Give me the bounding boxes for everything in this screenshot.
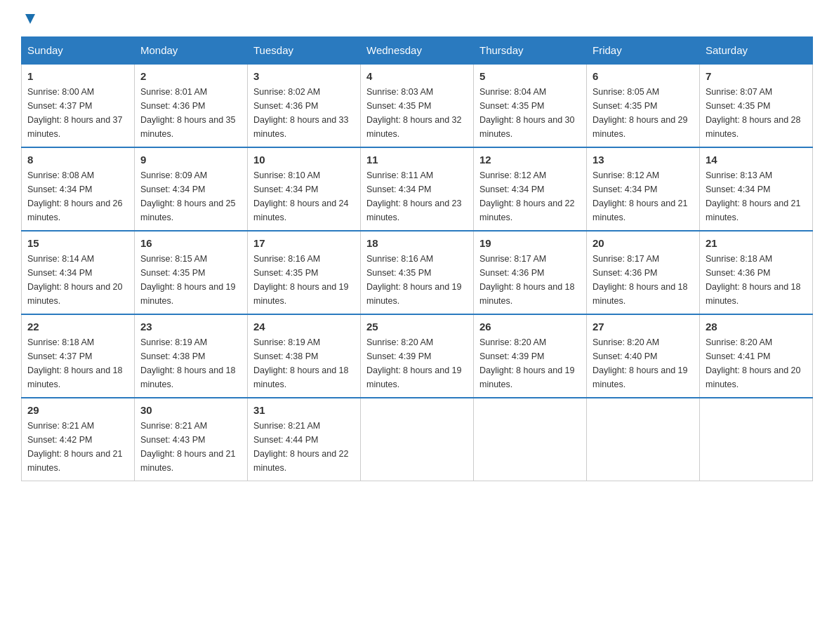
logo bbox=[21, 14, 38, 22]
sunrise-label: Sunrise: 8:10 AM bbox=[253, 170, 320, 180]
calendar-cell: 9 Sunrise: 8:09 AM Sunset: 4:34 PM Dayli… bbox=[135, 147, 248, 231]
sunset-label: Sunset: 4:35 PM bbox=[706, 101, 770, 111]
day-number: 7 bbox=[706, 70, 807, 82]
calendar-cell: 17 Sunrise: 8:16 AM Sunset: 4:35 PM Dayl… bbox=[248, 231, 361, 314]
day-info: Sunrise: 8:20 AM Sunset: 4:39 PM Dayligh… bbox=[366, 335, 468, 391]
daylight-label: Daylight: 8 hours and 19 minutes. bbox=[479, 365, 575, 389]
sunrise-label: Sunrise: 8:07 AM bbox=[706, 87, 772, 97]
day-number: 9 bbox=[140, 154, 241, 166]
sunrise-label: Sunrise: 8:01 AM bbox=[140, 87, 207, 97]
day-number: 18 bbox=[366, 237, 468, 249]
week-row-2: 8 Sunrise: 8:08 AM Sunset: 4:34 PM Dayli… bbox=[22, 147, 813, 231]
day-info: Sunrise: 8:15 AM Sunset: 4:35 PM Dayligh… bbox=[140, 252, 241, 308]
calendar-cell: 2 Sunrise: 8:01 AM Sunset: 4:36 PM Dayli… bbox=[135, 64, 248, 147]
sunset-label: Sunset: 4:35 PM bbox=[140, 268, 205, 278]
calendar-cell: 19 Sunrise: 8:17 AM Sunset: 4:36 PM Dayl… bbox=[474, 231, 587, 314]
sunset-label: Sunset: 4:34 PM bbox=[706, 185, 770, 194]
sunset-label: Sunset: 4:36 PM bbox=[706, 268, 770, 278]
sunset-label: Sunset: 4:37 PM bbox=[27, 351, 92, 361]
calendar-cell: 18 Sunrise: 8:16 AM Sunset: 4:35 PM Dayl… bbox=[361, 231, 474, 314]
calendar-cell: 25 Sunrise: 8:20 AM Sunset: 4:39 PM Dayl… bbox=[361, 314, 474, 398]
calendar-cell: 23 Sunrise: 8:19 AM Sunset: 4:38 PM Dayl… bbox=[135, 314, 248, 398]
calendar-cell: 15 Sunrise: 8:14 AM Sunset: 4:34 PM Dayl… bbox=[22, 231, 135, 314]
sunset-label: Sunset: 4:34 PM bbox=[27, 185, 92, 194]
day-info: Sunrise: 8:16 AM Sunset: 4:35 PM Dayligh… bbox=[253, 252, 355, 308]
weekday-header-friday: Friday bbox=[587, 37, 700, 65]
sunset-label: Sunset: 4:34 PM bbox=[479, 185, 544, 194]
sunset-label: Sunset: 4:34 PM bbox=[593, 185, 657, 194]
sunrise-label: Sunrise: 8:16 AM bbox=[253, 254, 320, 264]
daylight-label: Daylight: 8 hours and 28 minutes. bbox=[706, 115, 801, 139]
sunset-label: Sunset: 4:43 PM bbox=[140, 435, 205, 445]
day-info: Sunrise: 8:09 AM Sunset: 4:34 PM Dayligh… bbox=[140, 168, 241, 224]
day-number: 11 bbox=[366, 154, 468, 166]
sunset-label: Sunset: 4:34 PM bbox=[253, 185, 318, 194]
daylight-label: Daylight: 8 hours and 19 minutes. bbox=[140, 282, 236, 306]
sunrise-label: Sunrise: 8:09 AM bbox=[140, 170, 207, 180]
week-row-5: 29 Sunrise: 8:21 AM Sunset: 4:42 PM Dayl… bbox=[22, 398, 813, 481]
day-info: Sunrise: 8:16 AM Sunset: 4:35 PM Dayligh… bbox=[366, 252, 468, 308]
day-number: 28 bbox=[706, 321, 807, 333]
sunset-label: Sunset: 4:35 PM bbox=[479, 101, 544, 111]
sunset-label: Sunset: 4:34 PM bbox=[140, 185, 205, 194]
daylight-label: Daylight: 8 hours and 21 minutes. bbox=[706, 199, 801, 222]
calendar-cell: 29 Sunrise: 8:21 AM Sunset: 4:42 PM Dayl… bbox=[22, 398, 135, 481]
daylight-label: Daylight: 8 hours and 21 minutes. bbox=[593, 199, 688, 222]
day-info: Sunrise: 8:02 AM Sunset: 4:36 PM Dayligh… bbox=[253, 85, 355, 141]
weekday-header-tuesday: Tuesday bbox=[248, 37, 361, 65]
calendar-cell: 5 Sunrise: 8:04 AM Sunset: 4:35 PM Dayli… bbox=[474, 64, 587, 147]
daylight-label: Daylight: 8 hours and 21 minutes. bbox=[140, 449, 236, 473]
sunset-label: Sunset: 4:37 PM bbox=[27, 101, 92, 111]
sunrise-label: Sunrise: 8:21 AM bbox=[140, 421, 207, 431]
day-number: 31 bbox=[253, 404, 355, 416]
day-info: Sunrise: 8:01 AM Sunset: 4:36 PM Dayligh… bbox=[140, 85, 241, 141]
calendar-cell: 26 Sunrise: 8:20 AM Sunset: 4:39 PM Dayl… bbox=[474, 314, 587, 398]
calendar-cell: 8 Sunrise: 8:08 AM Sunset: 4:34 PM Dayli… bbox=[22, 147, 135, 231]
daylight-label: Daylight: 8 hours and 32 minutes. bbox=[366, 115, 462, 139]
sunrise-label: Sunrise: 8:18 AM bbox=[27, 337, 94, 347]
calendar-cell: 20 Sunrise: 8:17 AM Sunset: 4:36 PM Dayl… bbox=[587, 231, 700, 314]
day-number: 27 bbox=[593, 321, 694, 333]
daylight-label: Daylight: 8 hours and 19 minutes. bbox=[253, 282, 349, 306]
day-number: 22 bbox=[27, 321, 128, 333]
sunrise-label: Sunrise: 8:11 AM bbox=[366, 170, 433, 180]
calendar-cell: 21 Sunrise: 8:18 AM Sunset: 4:36 PM Dayl… bbox=[700, 231, 813, 314]
sunset-label: Sunset: 4:40 PM bbox=[593, 351, 657, 361]
sunrise-label: Sunrise: 8:03 AM bbox=[366, 87, 433, 97]
daylight-label: Daylight: 8 hours and 20 minutes. bbox=[706, 365, 801, 389]
daylight-label: Daylight: 8 hours and 22 minutes. bbox=[253, 449, 349, 473]
weekday-header-saturday: Saturday bbox=[700, 37, 813, 65]
weekday-header-thursday: Thursday bbox=[474, 37, 587, 65]
calendar-cell: 4 Sunrise: 8:03 AM Sunset: 4:35 PM Dayli… bbox=[361, 64, 474, 147]
weekday-header-monday: Monday bbox=[135, 37, 248, 65]
sunrise-label: Sunrise: 8:02 AM bbox=[253, 87, 320, 97]
sunrise-label: Sunrise: 8:14 AM bbox=[27, 254, 94, 264]
sunset-label: Sunset: 4:36 PM bbox=[140, 101, 205, 111]
sunset-label: Sunset: 4:39 PM bbox=[366, 351, 431, 361]
day-number: 24 bbox=[253, 321, 355, 333]
calendar-cell: 11 Sunrise: 8:11 AM Sunset: 4:34 PM Dayl… bbox=[361, 147, 474, 231]
daylight-label: Daylight: 8 hours and 26 minutes. bbox=[27, 199, 123, 222]
day-info: Sunrise: 8:21 AM Sunset: 4:44 PM Dayligh… bbox=[253, 419, 355, 475]
weekday-header-row: SundayMondayTuesdayWednesdayThursdayFrid… bbox=[22, 37, 813, 65]
daylight-label: Daylight: 8 hours and 18 minutes. bbox=[479, 282, 575, 306]
day-number: 12 bbox=[479, 154, 581, 166]
week-row-3: 15 Sunrise: 8:14 AM Sunset: 4:34 PM Dayl… bbox=[22, 231, 813, 314]
calendar-table: SundayMondayTuesdayWednesdayThursdayFrid… bbox=[21, 36, 813, 481]
calendar-cell: 7 Sunrise: 8:07 AM Sunset: 4:35 PM Dayli… bbox=[700, 64, 813, 147]
sunrise-label: Sunrise: 8:17 AM bbox=[479, 254, 546, 264]
day-info: Sunrise: 8:08 AM Sunset: 4:34 PM Dayligh… bbox=[27, 168, 128, 224]
calendar-cell: 30 Sunrise: 8:21 AM Sunset: 4:43 PM Dayl… bbox=[135, 398, 248, 481]
day-number: 20 bbox=[593, 237, 694, 249]
day-number: 15 bbox=[27, 237, 128, 249]
day-number: 23 bbox=[140, 321, 241, 333]
sunrise-label: Sunrise: 8:21 AM bbox=[253, 421, 320, 431]
sunset-label: Sunset: 4:34 PM bbox=[366, 185, 431, 194]
daylight-label: Daylight: 8 hours and 18 minutes. bbox=[140, 365, 236, 389]
day-number: 17 bbox=[253, 237, 355, 249]
day-number: 6 bbox=[593, 70, 694, 82]
sunset-label: Sunset: 4:39 PM bbox=[479, 351, 544, 361]
day-info: Sunrise: 8:11 AM Sunset: 4:34 PM Dayligh… bbox=[366, 168, 468, 224]
calendar-cell: 10 Sunrise: 8:10 AM Sunset: 4:34 PM Dayl… bbox=[248, 147, 361, 231]
week-row-4: 22 Sunrise: 8:18 AM Sunset: 4:37 PM Dayl… bbox=[22, 314, 813, 398]
